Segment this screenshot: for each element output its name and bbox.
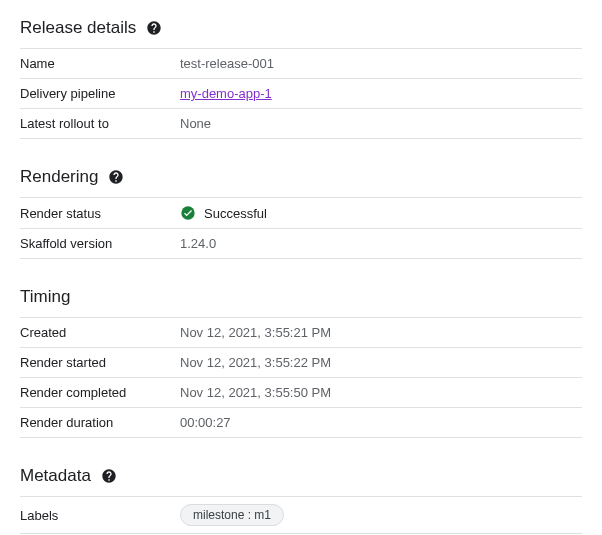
label-render-completed: Render completed	[20, 385, 180, 400]
label-delivery-pipeline: Delivery pipeline	[20, 86, 180, 101]
row-render-duration: Render duration 00:00:27	[20, 407, 582, 438]
section-title: Metadata	[20, 466, 91, 486]
value-render-duration: 00:00:27	[180, 415, 582, 430]
value-name: test-release-001	[180, 56, 582, 71]
section-header-release-details: Release details	[20, 18, 582, 38]
value-latest-rollout: None	[180, 116, 582, 131]
help-icon[interactable]	[146, 20, 162, 36]
row-created: Created Nov 12, 2021, 3:55:21 PM	[20, 317, 582, 347]
section-header-metadata: Metadata	[20, 466, 582, 486]
section-title: Release details	[20, 18, 136, 38]
value-skaffold-version: 1.24.0	[180, 236, 582, 251]
section-title: Timing	[20, 287, 70, 307]
section-title: Rendering	[20, 167, 98, 187]
row-name: Name test-release-001	[20, 48, 582, 78]
help-icon[interactable]	[108, 169, 124, 185]
help-icon[interactable]	[101, 468, 117, 484]
row-latest-rollout: Latest rollout to None	[20, 108, 582, 139]
label-chip: milestone : m1	[180, 504, 284, 526]
row-labels: Labels milestone : m1	[20, 496, 582, 533]
value-render-completed: Nov 12, 2021, 3:55:50 PM	[180, 385, 582, 400]
label-render-status: Render status	[20, 206, 180, 221]
label-render-started: Render started	[20, 355, 180, 370]
label-labels: Labels	[20, 508, 180, 523]
label-created: Created	[20, 325, 180, 340]
value-render-started: Nov 12, 2021, 3:55:22 PM	[180, 355, 582, 370]
section-metadata: Metadata Labels milestone : m1 Annotatio…	[20, 466, 582, 535]
section-header-rendering: Rendering	[20, 167, 582, 187]
section-header-timing: Timing	[20, 287, 582, 307]
section-timing: Timing Created Nov 12, 2021, 3:55:21 PM …	[20, 287, 582, 438]
label-name: Name	[20, 56, 180, 71]
link-delivery-pipeline[interactable]: my-demo-app-1	[180, 86, 272, 101]
section-rendering: Rendering Render status Successful Skaff…	[20, 167, 582, 259]
svg-point-0	[181, 206, 194, 219]
row-render-status: Render status Successful	[20, 197, 582, 228]
value-created: Nov 12, 2021, 3:55:21 PM	[180, 325, 582, 340]
row-skaffold-version: Skaffold version 1.24.0	[20, 228, 582, 259]
row-render-started: Render started Nov 12, 2021, 3:55:22 PM	[20, 347, 582, 377]
label-render-duration: Render duration	[20, 415, 180, 430]
value-render-status: Successful	[204, 206, 267, 221]
label-skaffold-version: Skaffold version	[20, 236, 180, 251]
label-latest-rollout: Latest rollout to	[20, 116, 180, 131]
row-delivery-pipeline: Delivery pipeline my-demo-app-1	[20, 78, 582, 108]
success-check-icon	[180, 205, 196, 221]
row-render-completed: Render completed Nov 12, 2021, 3:55:50 P…	[20, 377, 582, 407]
section-release-details: Release details Name test-release-001 De…	[20, 18, 582, 139]
